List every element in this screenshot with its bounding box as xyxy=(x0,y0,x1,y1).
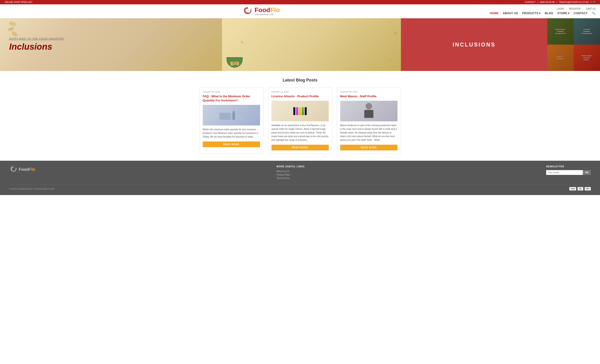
read-more-btn-3[interactable]: READ MORE xyxy=(340,145,397,150)
footer-link-3[interactable]: Terms Of Us... xyxy=(277,177,304,180)
scattered-chip-2 xyxy=(393,32,397,34)
person-head xyxy=(366,103,372,109)
blog-title-1: FAQ - What Is the Minimum Order Quantity… xyxy=(203,94,260,103)
logo[interactable]: Food Flo International Ltd xyxy=(242,6,280,17)
blog-date-1: AUGUST 20, 2019 xyxy=(203,91,260,93)
logo-food: Food xyxy=(254,7,270,13)
hero-candy-panel: ButterscotchKiwilandOrchard Fruit Coconu… xyxy=(547,18,600,71)
candy-pkg-4: Barley SugarsKiwilandDARKI... xyxy=(574,45,600,71)
logo-subtitle: International Ltd xyxy=(254,13,280,16)
scattered-chip-3 xyxy=(387,59,392,62)
footer-copyright: FoodFlo International Ltd / All prices l… xyxy=(9,188,55,190)
topbar-separator: | xyxy=(537,1,538,3)
scattered-chip-1 xyxy=(389,23,394,26)
blog-card-mason: AUGUST 06, 2019 Meet Mason - Staff Profi… xyxy=(337,87,401,154)
mason-silhouette xyxy=(362,103,376,119)
hero-section: SUPPLIERS TO THE FOOD INDUSTRY Inclusion… xyxy=(0,18,600,71)
snack-bowl xyxy=(226,57,243,68)
read-more-btn-2[interactable]: READ MORE xyxy=(272,145,329,150)
topbar-contact-link[interactable]: CONTACT xyxy=(525,1,536,3)
footer-bottom: FoodFlo International Ltd / All prices l… xyxy=(9,184,591,191)
newsletter-input[interactable] xyxy=(546,170,583,175)
account-bar: LOGIN | REGISTER | CART (0) xyxy=(557,8,595,10)
footer-link-1[interactable]: Returns & R... xyxy=(277,170,304,173)
footer-links-title: MORE USEFUL LINKS xyxy=(277,165,304,168)
nav-about[interactable]: ABOUT US xyxy=(503,12,518,15)
hero-subtitle: SUPPLIERS TO THE FOOD INDUSTRY xyxy=(9,37,213,40)
topbar-social: f 📷 xyxy=(591,1,595,3)
nav-store[interactable]: STORE ▾ xyxy=(557,12,570,15)
hero-title: Inclusions xyxy=(9,42,213,52)
hero-left-content: SUPPLIERS TO THE FOOD INDUSTRY Inclusion… xyxy=(9,37,213,52)
hero-left-panel: SUPPLIERS TO THE FOOD INDUSTRY Inclusion… xyxy=(0,18,222,71)
nav-contact[interactable]: CONTACT xyxy=(574,12,588,15)
blog-text-3: Mason Anderson is part of the morning pr… xyxy=(340,124,397,142)
read-more-btn-1[interactable]: READ MORE xyxy=(203,141,260,147)
candy-pkg-2: CoconutKiwilandConfectionery xyxy=(574,18,600,45)
blog-img-mason xyxy=(340,101,397,121)
licorice-piece-3 xyxy=(299,107,301,115)
hero-center-panel: INCLUSIONS xyxy=(222,18,547,71)
blog-text-1: What's the minimum order quantity for yo… xyxy=(203,128,260,139)
nav-home[interactable]: HOME xyxy=(490,12,498,15)
cart-link[interactable]: CART (0) xyxy=(586,8,595,10)
facebook-icon[interactable]: f xyxy=(591,1,591,3)
search-icon[interactable]: 🔍 xyxy=(592,11,595,15)
logo-flo: Flo xyxy=(270,7,280,13)
top-bar: ONLINE SHOP OPEN 24/7 CONTACT | 0800 08 … xyxy=(0,0,600,4)
licorice-visual xyxy=(293,107,307,116)
main-nav: HOME ABOUT US PRODUCTS ▾ BLOG STORE ▾ CO… xyxy=(490,11,595,15)
footer-logo-flo: Flo xyxy=(29,167,35,172)
login-link[interactable]: LOGIN xyxy=(557,8,564,10)
nav-blog[interactable]: BLOG xyxy=(545,12,553,15)
blog-section: Latest Blog Posts AUGUST 20, 2019 FAQ - … xyxy=(0,71,600,161)
newsletter-submit-btn[interactable]: OK xyxy=(583,170,591,175)
newsletter-form: OK xyxy=(546,170,591,175)
hero-red-overlay: INCLUSIONS xyxy=(401,18,547,71)
blog-card-licorice: AUGUST 13, 2019 Licorice Allsorts - Prod… xyxy=(268,87,332,154)
licorice-piece-4 xyxy=(302,107,304,115)
blog-img-faq xyxy=(203,105,260,126)
blog-cards-container: AUGUST 20, 2019 FAQ - What Is the Minimu… xyxy=(9,87,591,154)
blog-section-title: Latest Blog Posts xyxy=(9,78,591,83)
topbar-email-link[interactable]: TREATS@FOODFLO.CO.NZ xyxy=(559,1,589,3)
hero-snack-bg xyxy=(222,18,401,71)
blog-text-2: Available as an assortment of four fruit… xyxy=(272,124,329,142)
footer-logo-food: Food xyxy=(19,167,29,172)
footer-links-column: MORE USEFUL LINKS Returns & R... Privacy… xyxy=(277,165,304,180)
footer: FoodFlo MORE USEFUL LINKS Returns & R...… xyxy=(0,161,600,195)
licorice-piece-2 xyxy=(296,107,298,115)
scattered-chip-4 xyxy=(240,41,244,43)
footer-link-2[interactable]: Privacy Polic... xyxy=(277,173,304,176)
candy-pkg-1: ButterscotchKiwilandOrchard Fruit xyxy=(547,18,574,45)
mastercard-icon: MC xyxy=(578,187,583,191)
topbar-separator2: | xyxy=(556,1,557,3)
pay-icon: PAY xyxy=(585,187,591,191)
candy-pkg-3: Key Cli...Kiwiland xyxy=(547,45,574,71)
blog-title-2: Licorice Allsorts - Product Profile xyxy=(272,94,329,99)
topbar-phone: 0800 08 09 08 xyxy=(540,1,555,3)
footer-top: FoodFlo MORE USEFUL LINKS Returns & R...… xyxy=(9,165,591,184)
blog-date-2: AUGUST 13, 2019 xyxy=(272,91,329,93)
header: Food Flo International Ltd LOGIN | REGIS… xyxy=(0,4,600,18)
hero-inclusions-text: INCLUSIONS xyxy=(452,41,496,48)
hero-bg-chips xyxy=(7,21,25,39)
visa-icon: VISA xyxy=(569,187,576,191)
blog-card-faq: AUGUST 20, 2019 FAQ - What Is the Minimu… xyxy=(199,87,263,154)
bowl-shape xyxy=(226,57,243,68)
blog-title-3: Meet Mason - Staff Profile xyxy=(340,94,397,99)
register-link[interactable]: REGISTER xyxy=(569,8,581,10)
footer-payments: VISA MC PAY xyxy=(569,187,591,191)
blog-img-licorice xyxy=(272,101,329,121)
licorice-piece-1 xyxy=(293,107,296,115)
topbar-right: CONTACT | 0800 08 09 08 | TREATS@FOODFLO… xyxy=(525,1,595,3)
newsletter-title: NEWSLETTER xyxy=(546,165,591,168)
topbar-shop-notice: ONLINE SHOP OPEN 24/7 xyxy=(5,1,33,3)
licorice-piece-5 xyxy=(305,107,307,115)
instagram-icon[interactable]: 📷 xyxy=(593,1,595,3)
footer-newsletter: NEWSLETTER OK xyxy=(546,165,591,175)
footer-logo: FoodFlo xyxy=(9,165,35,173)
person-body xyxy=(364,110,374,118)
blog-date-3: AUGUST 06, 2019 xyxy=(340,91,397,93)
nav-products[interactable]: PRODUCTS ▾ xyxy=(522,12,541,15)
